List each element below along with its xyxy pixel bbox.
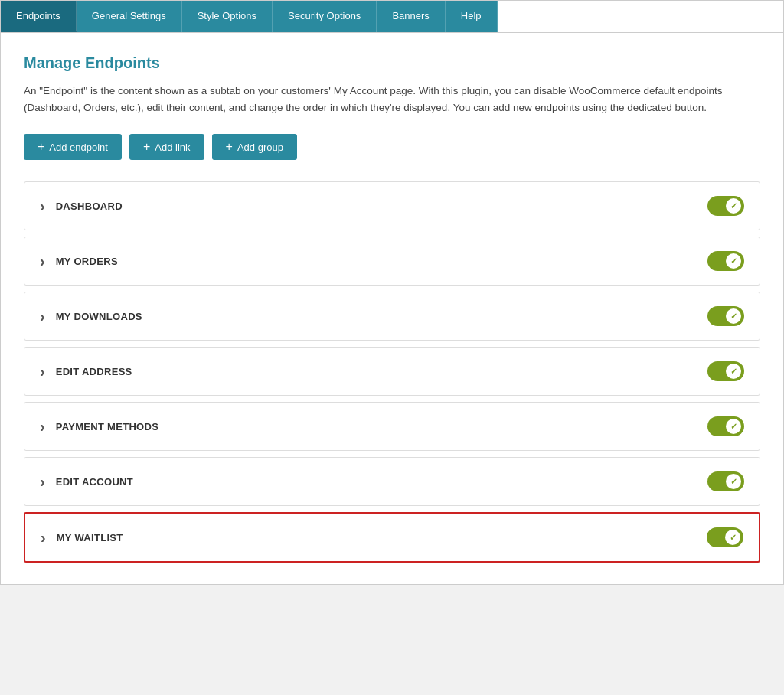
toggle-dashboard[interactable]: ✓ bbox=[707, 196, 744, 216]
tab-banners[interactable]: Banners bbox=[377, 1, 445, 32]
endpoint-label-dashboard: DASHBOARD bbox=[56, 201, 122, 212]
checkmark-icon: ✓ bbox=[730, 422, 737, 432]
endpoint-row-my-downloads[interactable]: ›MY DOWNLOADS✓ bbox=[24, 292, 760, 341]
add-group-button[interactable]: +Add group bbox=[212, 134, 297, 160]
chevron-right-icon: › bbox=[40, 363, 45, 380]
chevron-right-icon: › bbox=[40, 253, 45, 270]
page-container: EndpointsGeneral SettingsStyle OptionsSe… bbox=[0, 0, 784, 585]
endpoint-left: ›MY DOWNLOADS bbox=[40, 308, 142, 325]
add-link-button[interactable]: +Add link bbox=[129, 134, 204, 160]
page-title: Manage Endpoints bbox=[24, 54, 760, 72]
add-endpoint-button[interactable]: +Add endpoint bbox=[24, 134, 122, 160]
checkmark-icon: ✓ bbox=[730, 312, 737, 321]
add-endpoint-label: Add endpoint bbox=[49, 142, 108, 153]
endpoint-label-payment-methods: PAYMENT METHODS bbox=[56, 421, 159, 432]
tab-navigation: EndpointsGeneral SettingsStyle OptionsSe… bbox=[1, 1, 783, 33]
chevron-right-icon: › bbox=[40, 308, 45, 325]
endpoint-left: ›MY WAITLIST bbox=[41, 529, 123, 547]
plus-icon: + bbox=[38, 141, 44, 153]
plus-icon: + bbox=[226, 141, 233, 153]
endpoint-left: ›EDIT ACCOUNT bbox=[40, 473, 133, 491]
toggle-edit-account[interactable]: ✓ bbox=[707, 471, 744, 491]
chevron-right-icon: › bbox=[41, 529, 46, 547]
endpoint-left: ›MY ORDERS bbox=[40, 253, 118, 270]
plus-icon: + bbox=[143, 141, 150, 153]
tab-help[interactable]: Help bbox=[446, 1, 498, 32]
checkmark-icon: ✓ bbox=[730, 477, 737, 487]
checkmark-icon: ✓ bbox=[730, 201, 737, 211]
endpoint-left: ›EDIT ADDRESS bbox=[40, 363, 132, 380]
endpoint-label-edit-account: EDIT ACCOUNT bbox=[56, 476, 133, 488]
endpoint-row-edit-address[interactable]: ›EDIT ADDRESS✓ bbox=[24, 347, 760, 396]
tab-general-settings[interactable]: General Settings bbox=[77, 1, 182, 32]
endpoint-row-my-orders[interactable]: ›MY ORDERS✓ bbox=[24, 237, 760, 286]
chevron-right-icon: › bbox=[40, 418, 45, 436]
chevron-right-icon: › bbox=[40, 197, 45, 215]
add-group-label: Add group bbox=[237, 142, 283, 153]
page-description: An "Endpoint" is the content shown as a … bbox=[24, 83, 759, 116]
action-buttons: +Add endpoint+Add link+Add group bbox=[24, 134, 760, 160]
endpoint-row-dashboard[interactable]: ›DASHBOARD✓ bbox=[24, 181, 760, 230]
endpoint-left: ›DASHBOARD bbox=[40, 197, 122, 215]
checkmark-icon: ✓ bbox=[730, 367, 737, 377]
endpoint-row-payment-methods[interactable]: ›PAYMENT METHODS✓ bbox=[24, 402, 760, 451]
endpoint-label-edit-address: EDIT ADDRESS bbox=[56, 366, 132, 377]
checkmark-icon: ✓ bbox=[730, 256, 737, 266]
endpoints-list: ›DASHBOARD✓›MY ORDERS✓›MY DOWNLOADS✓›EDI… bbox=[24, 181, 760, 563]
checkmark-icon: ✓ bbox=[730, 533, 737, 543]
chevron-right-icon: › bbox=[40, 473, 45, 491]
endpoint-row-edit-account[interactable]: ›EDIT ACCOUNT✓ bbox=[24, 457, 760, 506]
tab-endpoints[interactable]: Endpoints bbox=[1, 1, 77, 32]
endpoint-left: ›PAYMENT METHODS bbox=[40, 418, 158, 436]
toggle-my-downloads[interactable]: ✓ bbox=[707, 306, 744, 326]
endpoint-label-my-waitlist: MY WAITLIST bbox=[57, 532, 123, 543]
tab-security-options[interactable]: Security Options bbox=[273, 1, 377, 32]
endpoint-label-my-downloads: MY DOWNLOADS bbox=[56, 311, 142, 322]
tab-style-options[interactable]: Style Options bbox=[182, 1, 273, 32]
toggle-my-orders[interactable]: ✓ bbox=[707, 251, 744, 271]
endpoint-row-my-waitlist[interactable]: ›MY WAITLIST✓ bbox=[24, 512, 760, 563]
toggle-payment-methods[interactable]: ✓ bbox=[707, 416, 744, 436]
add-link-label: Add link bbox=[155, 142, 190, 153]
main-content: Manage Endpoints An "Endpoint" is the co… bbox=[1, 33, 783, 584]
toggle-my-waitlist[interactable]: ✓ bbox=[707, 527, 743, 547]
endpoint-label-my-orders: MY ORDERS bbox=[56, 256, 118, 267]
toggle-edit-address[interactable]: ✓ bbox=[707, 361, 744, 381]
